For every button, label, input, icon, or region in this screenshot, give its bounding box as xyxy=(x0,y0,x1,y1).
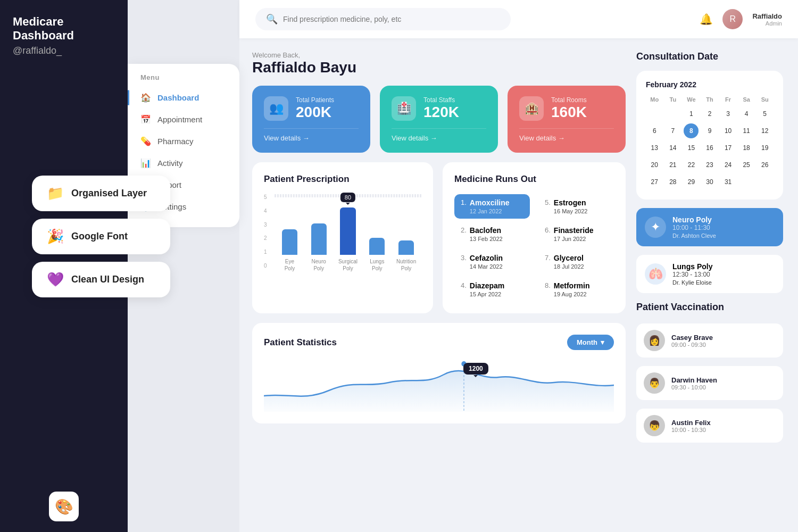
medicine-item-7[interactable]: 8. Metformin 19 Aug 2022 xyxy=(538,277,614,302)
appointment-icon: 📅 xyxy=(140,114,151,124)
medicine-item-5[interactable]: 6. Finasteride 17 Jun 2022 xyxy=(538,222,614,246)
chevron-down-icon: ▾ xyxy=(601,338,604,346)
staffs-link[interactable]: View details → xyxy=(392,128,486,142)
content-main: Welcome Back, Raffialdo Bayu 👥 Total Pat… xyxy=(252,51,626,532)
cal-day-13[interactable]: 13 xyxy=(647,140,662,155)
brand: Medicare Dashboard @raffialdo_ xyxy=(0,0,128,67)
vacc-item-0[interactable]: 👩 Casey Brave 09:00 - 09:30 xyxy=(636,323,783,358)
cal-day-31[interactable]: 31 xyxy=(721,174,736,189)
dashboard-label: Dashboard xyxy=(157,93,199,102)
sidebar-item-pharmacy[interactable]: 💊 Pharmacy xyxy=(128,130,239,152)
vacc-name-2: Austin Felix xyxy=(671,419,711,427)
consultation-title: Consultation Date xyxy=(636,51,783,62)
activity-icon: 📊 xyxy=(140,158,151,168)
cal-day-11[interactable]: 11 xyxy=(739,123,754,138)
cal-day-18[interactable]: 18 xyxy=(739,140,754,155)
figma-icon: 🎨 xyxy=(49,492,79,521)
stat-card-patients: 👥 Total Patients 200K View details → xyxy=(252,86,370,153)
cal-day-8[interactable]: 8 xyxy=(684,123,699,138)
cal-day-28[interactable]: 28 xyxy=(666,174,680,189)
medicine-item-4[interactable]: 5. Estrogen 16 May 2022 xyxy=(538,194,614,219)
lungs-appt-info: Lungs Poly 12:30 - 13:00 Dr. Kylie Elois… xyxy=(672,262,712,286)
wave-svg xyxy=(264,359,614,412)
cal-day-16[interactable]: 16 xyxy=(702,140,717,155)
cal-day-30[interactable]: 30 xyxy=(702,174,717,189)
welcome-name: Raffialdo Bayu xyxy=(252,59,626,76)
medicine-item-6[interactable]: 7. Glycerol 18 Jul 2022 xyxy=(538,250,614,274)
appointment-lungs[interactable]: 🫁 Lungs Poly 12:30 - 13:00 Dr. Kylie Elo… xyxy=(636,255,783,293)
search-box[interactable]: 🔍 xyxy=(255,8,511,30)
cal-day-20[interactable]: 20 xyxy=(647,157,662,172)
search-icon: 🔍 xyxy=(266,13,278,25)
vacc-info-2: Austin Felix 10:00 - 10:30 xyxy=(671,419,711,433)
month-button[interactable]: Month ▾ xyxy=(567,335,614,350)
vacc-item-2[interactable]: 👦 Austin Felix 10:00 - 10:30 xyxy=(636,409,783,443)
welcome-section: Welcome Back, Raffialdo Bayu xyxy=(252,51,626,76)
cal-day-21[interactable]: 21 xyxy=(666,157,680,172)
lungs-appt-doctor: Dr. Kylie Eloise xyxy=(672,279,712,286)
patients-icon: 👥 xyxy=(264,96,288,121)
neuro-appt-icon: ✦ xyxy=(645,217,666,238)
appointment-label: Appointment xyxy=(157,115,202,124)
patients-link[interactable]: View details → xyxy=(264,128,359,142)
cal-day-3[interactable]: 3 xyxy=(721,106,736,121)
cal-day-24[interactable]: 24 xyxy=(721,157,736,172)
sidebar-item-appointment[interactable]: 📅 Appointment xyxy=(128,109,239,130)
vacc-info-1: Darwin Haven 09:30 - 10:00 xyxy=(671,376,717,390)
brand-title: Medicare Dashboard xyxy=(13,15,115,43)
sidebar-item-activity[interactable]: 📊 Activity xyxy=(128,152,239,174)
appointment-neuro[interactable]: ✦ Neuro Poly 10:00 - 11:30 Dr. Ashton Cl… xyxy=(636,208,783,246)
sidebar-item-dashboard[interactable]: 🏠 Dashboard xyxy=(128,87,239,109)
main-content: 🔍 🔔 R Raffialdo Admin Welcome Back, Raff… xyxy=(239,0,798,532)
cal-day-6[interactable]: 6 xyxy=(647,123,662,138)
staffs-label: Total Staffs xyxy=(423,96,459,104)
medicine-list: 1. Amoxciline 12 Jan 2022 5. xyxy=(454,194,614,302)
search-input[interactable] xyxy=(283,15,500,23)
lungs-appt-name: Lungs Poly xyxy=(672,262,712,271)
calendar-month: February 2022 xyxy=(646,80,774,89)
cal-day-12[interactable]: 12 xyxy=(758,123,772,138)
patients-value: 200K xyxy=(296,104,334,121)
content-area: Welcome Back, Raffialdo Bayu 👥 Total Pat… xyxy=(239,38,798,532)
cal-day-10[interactable]: 10 xyxy=(721,123,736,138)
brand-subtitle: @raffialdo_ xyxy=(13,45,115,56)
cal-day-25[interactable]: 25 xyxy=(739,157,754,172)
cal-day-17[interactable]: 17 xyxy=(721,140,736,155)
dashboard-icon: 🏠 xyxy=(140,93,151,103)
cal-day-5[interactable]: 5 xyxy=(758,106,772,121)
calendar-grid: Mo Tu We Th Fr Sa Su 1 2 3 4 5 6 xyxy=(646,94,774,190)
right-panel: Consultation Date February 2022 Mo Tu We… xyxy=(636,51,785,532)
cal-day-23[interactable]: 23 xyxy=(702,157,717,172)
vacc-item-1[interactable]: 👨 Darwin Haven 09:30 - 10:00 xyxy=(636,366,783,400)
cal-day-1[interactable]: 1 xyxy=(684,106,699,121)
stat-top-rooms: 🏨 Total Rooms 160K xyxy=(519,96,614,121)
neuro-appt-doctor: Dr. Ashton Cleve xyxy=(672,232,716,239)
cal-day-29[interactable]: 29 xyxy=(684,174,699,189)
cal-day-2[interactable]: 2 xyxy=(702,106,717,121)
bar-surgical-poly: 80 SurgicalPoly xyxy=(335,197,361,272)
cal-day-26[interactable]: 26 xyxy=(758,157,772,172)
overlay-card-design: 💜 Clean UI Design xyxy=(32,262,170,297)
medicine-item-2[interactable]: 3. Cefazolin 14 Mar 2022 xyxy=(454,250,530,274)
cal-day-14[interactable]: 14 xyxy=(666,140,680,155)
cal-day-15[interactable]: 15 xyxy=(684,140,699,155)
medicine-item-1[interactable]: 2. Baclofen 13 Feb 2022 xyxy=(454,222,530,246)
rooms-info: Total Rooms 160K xyxy=(551,96,587,121)
cal-day-4[interactable]: 4 xyxy=(739,106,754,121)
cal-day-19[interactable]: 19 xyxy=(758,140,772,155)
statistics-header: Patient Statistics Month ▾ xyxy=(264,335,614,350)
cal-day-9[interactable]: 9 xyxy=(702,123,717,138)
cal-day-7[interactable]: 7 xyxy=(666,123,680,138)
cal-day-27[interactable]: 27 xyxy=(647,174,662,189)
notification-bell[interactable]: 🔔 xyxy=(700,13,713,26)
bar-y-axis: 5 4 3 2 1 0 xyxy=(264,194,275,269)
cal-day-22[interactable]: 22 xyxy=(684,157,699,172)
user-role: Admin xyxy=(752,20,782,27)
stat-top-staffs: 🏥 Total Staffs 120K xyxy=(392,96,486,121)
bar-nutrition-poly: NutritionPoly xyxy=(393,197,419,272)
rooms-link[interactable]: View details → xyxy=(519,128,614,142)
stat-card-staffs: 🏥 Total Staffs 120K View details → xyxy=(380,86,498,153)
medicine-item-3[interactable]: 4. Diazepam 15 Apr 2022 xyxy=(454,277,530,302)
overlay-cards-area: 📁 Organised Layer 🎉 Google Font 💜 Clean … xyxy=(32,176,170,297)
medicine-item-0[interactable]: 1. Amoxciline 12 Jan 2022 xyxy=(454,194,530,219)
